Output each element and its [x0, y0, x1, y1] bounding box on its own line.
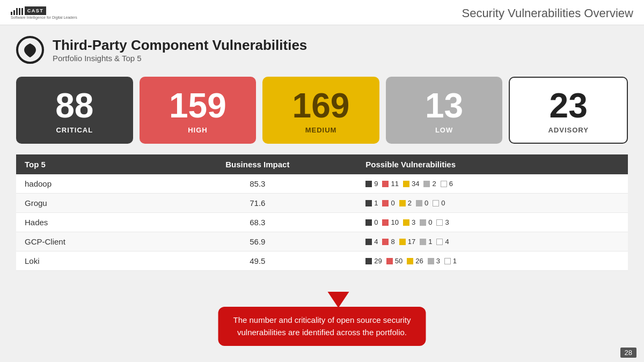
dot-count-low: 2 [432, 180, 436, 188]
row-impact: 56.9 [158, 232, 357, 252]
dot-low [416, 200, 422, 206]
card-medium-number: 169 [292, 88, 350, 123]
dot-high [386, 258, 393, 264]
dot-count-high: 50 [395, 257, 402, 265]
dot-medium [399, 239, 406, 245]
table-header-row: Top 5 Business Impact Possible Vulnerabi… [16, 154, 628, 174]
dot-advisory [436, 219, 443, 226]
dot-critical [365, 219, 372, 226]
row-impact: 85.3 [158, 174, 357, 194]
dot-count-advisory: 4 [445, 238, 449, 246]
card-high-label: HIGH [188, 126, 208, 134]
vulnerabilities-table: Top 5 Business Impact Possible Vulnerabi… [16, 154, 628, 271]
dot-count-high: 10 [391, 218, 398, 226]
dot-critical [365, 200, 372, 206]
card-critical: 88 CRITICAL [16, 77, 133, 144]
annotation-arrow [327, 292, 349, 308]
col-header-top5: Top 5 [16, 154, 158, 174]
section-title-block: Third-Party Component Vulnerabilities Po… [53, 37, 307, 63]
card-advisory-label: ADVISORY [548, 126, 588, 134]
dot-count-critical: 0 [374, 218, 378, 226]
annotation-bubble: The number and criticality of open sourc… [218, 307, 426, 346]
card-low-label: LOW [435, 126, 453, 134]
card-advisory: 23 ADVISORY [509, 77, 628, 144]
dot-critical [365, 239, 372, 245]
cast-logo: CAST Software Intelligence for Digital L… [11, 6, 77, 19]
row-vulns: 9113426 [357, 174, 628, 194]
dot-high [382, 200, 389, 206]
dot-count-critical: 29 [374, 257, 382, 265]
vuln-dots: 010303 [365, 218, 619, 226]
vuln-dots: 9113426 [365, 180, 619, 188]
main-content: Third-Party Component Vulnerabilities Po… [0, 25, 644, 282]
dot-count-critical: 1 [374, 199, 378, 207]
row-vulns: 10200 [357, 194, 628, 213]
section-icon [16, 36, 44, 64]
dot-count-advisory: 0 [441, 199, 445, 207]
dot-low [420, 219, 426, 226]
row-vulns: 29502631 [357, 252, 628, 271]
dot-count-advisory: 1 [453, 257, 457, 265]
card-critical-label: CRITICAL [56, 126, 93, 134]
logo-tagline: Software Intelligence for Digital Leader… [11, 16, 77, 19]
vuln-dots: 10200 [365, 199, 619, 207]
row-name: Grogu [16, 194, 158, 213]
dot-count-low: 3 [436, 257, 440, 265]
col-header-impact: Business Impact [158, 154, 357, 174]
dot-high [382, 219, 389, 226]
table-row: GCP-Client56.9481714 [16, 232, 628, 252]
col-header-vulns: Possible Vulnerabilities [357, 154, 628, 174]
dot-count-low: 0 [425, 199, 428, 207]
dot-advisory [444, 258, 451, 264]
table-row: Grogu71.610200 [16, 194, 628, 213]
annotation-text: The number and criticality of open sourc… [233, 315, 411, 337]
page-number: 28 [620, 348, 636, 358]
card-low: 13 LOW [386, 77, 503, 144]
vuln-dots: 481714 [365, 238, 619, 246]
dot-critical [365, 181, 372, 187]
dot-count-critical: 9 [374, 180, 378, 188]
dot-count-advisory: 3 [445, 218, 449, 226]
table-row: Hades68.3010303 [16, 213, 628, 232]
dot-low [423, 181, 430, 187]
card-medium: 169 MEDIUM [262, 77, 379, 144]
page-title: Security Vulnerabilities Overview [462, 6, 633, 20]
annotation-area: The number and criticality of open sourc… [218, 292, 426, 346]
dot-count-advisory: 6 [449, 180, 453, 188]
row-name: hadoop [16, 174, 158, 194]
dot-high [382, 239, 389, 245]
cards-row: 88 CRITICAL 159 HIGH 169 MEDIUM 13 LOW 2… [16, 77, 628, 144]
card-low-number: 13 [425, 88, 463, 123]
logo-cast-box: CAST [25, 6, 46, 15]
row-vulns: 010303 [357, 213, 628, 232]
dot-low [420, 239, 426, 245]
dot-count-medium: 26 [415, 257, 423, 265]
dot-low [428, 258, 434, 264]
dot-medium [403, 219, 409, 226]
dot-count-critical: 4 [374, 238, 378, 246]
row-impact: 68.3 [158, 213, 357, 232]
dot-critical [365, 258, 372, 264]
row-name: Hades [16, 213, 158, 232]
dot-advisory [436, 239, 443, 245]
section-title: Third-Party Component Vulnerabilities [53, 37, 307, 54]
table-row: hadoop85.39113426 [16, 174, 628, 194]
dot-count-low: 0 [428, 218, 432, 226]
row-name: GCP-Client [16, 232, 158, 252]
dot-medium [407, 258, 413, 264]
dot-count-high: 0 [391, 199, 394, 207]
section-header: Third-Party Component Vulnerabilities Po… [16, 36, 628, 64]
dot-advisory [433, 200, 439, 206]
dot-count-low: 1 [428, 238, 432, 246]
dot-count-high: 8 [391, 238, 394, 246]
dot-medium [403, 181, 409, 187]
row-name: Loki [16, 252, 158, 271]
card-high: 159 HIGH [140, 77, 257, 144]
dot-medium [399, 200, 406, 206]
row-vulns: 481714 [357, 232, 628, 252]
card-high-number: 159 [169, 88, 226, 123]
dot-count-medium: 17 [408, 238, 415, 246]
dot-count-medium: 34 [412, 180, 419, 188]
page-header: CAST Software Intelligence for Digital L… [0, 0, 644, 25]
row-impact: 49.5 [158, 252, 357, 271]
